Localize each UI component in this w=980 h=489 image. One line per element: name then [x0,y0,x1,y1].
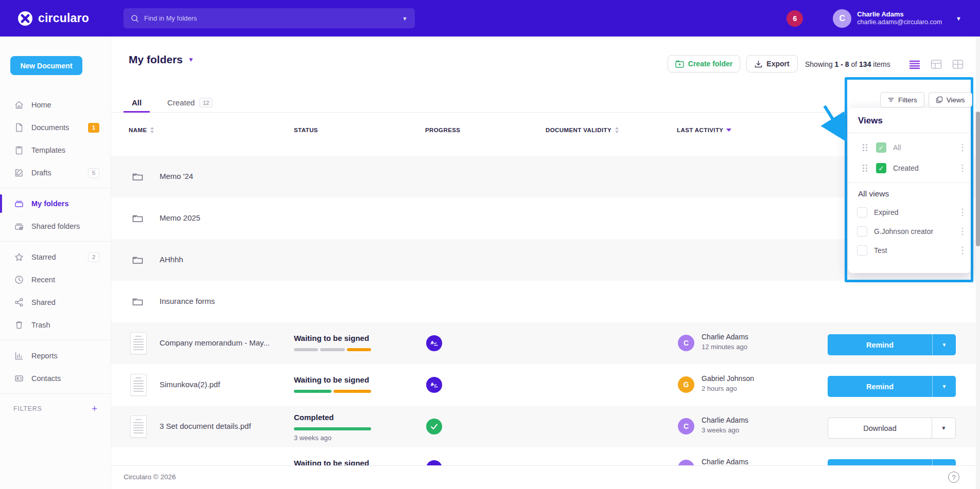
document-name[interactable]: Simunkova(2).pdf [160,380,220,389]
column-header-status[interactable]: STATUS [294,127,318,133]
sidebar-item-starred[interactable]: Starred 2 [0,246,111,268]
export-button[interactable]: Export [746,55,798,73]
folder-name[interactable]: Memo '24 [160,172,193,180]
kebab-menu-icon[interactable] [961,208,964,216]
tab-created-count-badge: 12 [199,98,213,107]
sidebar-divider [0,241,111,242]
action-dropdown-caret-icon[interactable]: ▼ [933,376,956,397]
view-item-expired[interactable]: Expired [848,203,971,222]
action-button-label[interactable]: Download [828,418,932,438]
sidebar-item-documents[interactable]: Documents 1 [0,116,111,139]
search-input[interactable]: Find in My folders ▼ [124,8,415,28]
drag-handle-icon[interactable] [862,164,868,172]
sidebar-item-label: Reports [31,352,58,360]
user-menu-caret-icon[interactable]: ▼ [956,15,961,22]
checkbox-unchecked[interactable] [857,245,867,256]
user-avatar[interactable]: C [833,9,851,28]
table-row-folder[interactable]: Insurance forms [111,281,980,322]
sidebar-item-drafts[interactable]: Drafts 5 [0,161,111,184]
document-name[interactable]: 3 Set document details.pdf [160,422,251,430]
grid-view-icon[interactable] [952,59,964,69]
view-item-created[interactable]: ✓ Created [848,158,971,178]
view-item-test[interactable]: Test [848,241,971,260]
activity-avatar[interactable]: C [678,418,694,434]
sort-desc-icon[interactable] [726,129,731,132]
table-row-document[interactable]: Simunkova(2).pdf Waiting to be signed G … [111,364,980,406]
views-button[interactable]: Views [929,92,972,107]
user-menu[interactable]: C Charlie Adams charlie.adams@circularo.… [833,9,961,28]
sidebar-item-templates[interactable]: Templates [0,139,111,161]
filters-button[interactable]: Filters [880,92,924,107]
folder-name[interactable]: AHhhh [160,255,183,264]
document-thumbnail [130,332,147,354]
action-button-label[interactable]: Remind [828,334,932,355]
action-button-label[interactable]: Remind [828,376,932,397]
column-header-progress[interactable]: PROGRESS [425,127,460,133]
row-action-button[interactable]: Remind ▼ [828,334,956,355]
row-action-button[interactable]: Download ▼ [828,418,956,439]
brand-logo[interactable]: circularo [18,11,89,26]
filter-icon [887,96,895,103]
tab-created[interactable]: Created 12 [167,93,213,112]
checkbox-checked[interactable]: ✓ [876,163,886,173]
column-header-name[interactable]: NAME [129,127,154,133]
clock-icon [14,275,24,285]
folder-icon [132,212,144,224]
table-row-document[interactable]: Company memorandum - May... Waiting to b… [111,322,980,364]
activity-user-name: Charlie Adams [702,458,748,466]
sort-icon[interactable] [615,127,619,133]
kebab-menu-icon[interactable] [961,227,964,236]
share-icon [14,297,24,307]
action-dropdown-caret-icon[interactable]: ▼ [933,334,956,355]
activity-avatar[interactable]: C [678,335,694,351]
notification-badge[interactable]: 6 [786,10,803,27]
sidebar-item-shared[interactable]: Shared [0,291,111,314]
filters-button-label: Filters [898,96,917,104]
sidebar-item-home[interactable]: Home [0,94,111,116]
kebab-menu-icon[interactable] [961,164,964,172]
page-scrollbar-track[interactable] [976,37,980,489]
search-scope-caret-icon[interactable]: ▼ [402,15,408,22]
activity-avatar[interactable]: G [678,376,694,393]
sidebar-item-recent[interactable]: Recent [0,268,111,291]
view-item-all[interactable]: ✓ All [848,137,971,158]
sidebar-item-trash[interactable]: Trash [0,314,111,336]
sidebar-item-contacts[interactable]: Contacts [0,367,111,390]
page-scrollbar-thumb[interactable] [976,112,980,246]
row-action-button[interactable]: Remind ▼ [828,376,956,397]
view-label: Expired [874,208,898,216]
activity-time: 3 weeks ago [702,426,739,434]
tab-all[interactable]: All [132,93,142,112]
create-folder-label: Create folder [688,60,732,68]
table-view-icon[interactable] [931,59,942,69]
kebab-menu-icon[interactable] [961,246,964,255]
export-download-icon [755,60,762,68]
column-header-document-validity[interactable]: DOCUMENT VALIDITY [546,127,619,133]
checkbox-unchecked[interactable] [857,207,867,218]
drag-handle-icon[interactable] [862,143,868,152]
activity-time: 12 minutes ago [702,343,747,351]
help-button[interactable]: ? [948,472,959,483]
folder-name[interactable]: Insurance forms [160,297,215,305]
view-item-gjohnson-creator[interactable]: G.Johnson creator [848,222,971,241]
sidebar-item-my-folders[interactable]: My folders [0,192,111,215]
sidebar-item-label: Trash [31,321,50,329]
action-dropdown-caret-icon[interactable]: ▼ [932,418,955,438]
add-filter-button[interactable]: + [92,403,97,414]
create-folder-button[interactable]: Create folder [668,55,740,73]
folder-name[interactable]: Memo 2025 [160,213,200,222]
sidebar-item-reports[interactable]: Reports [0,345,111,367]
table-row-document[interactable]: 3 Set document details.pdf Completed 3 w… [111,406,980,447]
checkbox-checked[interactable]: ✓ [876,142,886,153]
page-title-dropdown[interactable]: My folders ▼ [129,53,194,66]
filter-view-toolbar: Filters Views [880,92,972,107]
tutorial-arrow [815,98,851,142]
sidebar-item-shared-folders[interactable]: Shared folders [0,215,111,238]
checkbox-unchecked[interactable] [857,226,867,237]
new-document-button[interactable]: New Document [10,56,82,75]
sort-icon[interactable] [150,127,154,133]
column-header-last-activity[interactable]: LAST ACTIVITY [677,127,731,133]
kebab-menu-icon[interactable] [961,143,964,152]
list-view-icon[interactable] [909,59,920,69]
document-name[interactable]: Company memorandum - May... [160,338,270,347]
